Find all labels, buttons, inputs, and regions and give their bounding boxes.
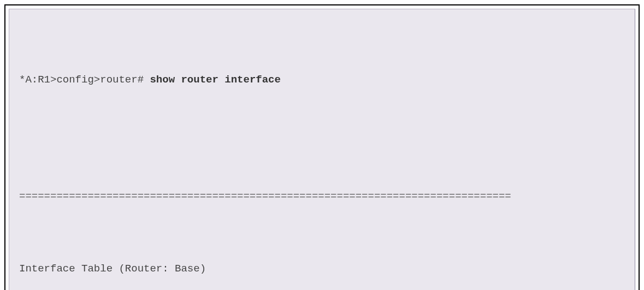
rule-top: ========================================… bbox=[19, 189, 625, 204]
blank-line bbox=[19, 116, 625, 131]
prompt-line: *A:R1>config>router# show router interfa… bbox=[19, 73, 625, 87]
prompt: *A:R1>config>router# bbox=[19, 74, 150, 86]
command: show router interface bbox=[150, 74, 280, 86]
table-title: Interface Table (Router: Base) bbox=[19, 262, 625, 276]
terminal-window: *A:R1>config>router# show router interfa… bbox=[9, 9, 635, 290]
outer-frame: *A:R1>config>router# show router interfa… bbox=[4, 4, 640, 290]
